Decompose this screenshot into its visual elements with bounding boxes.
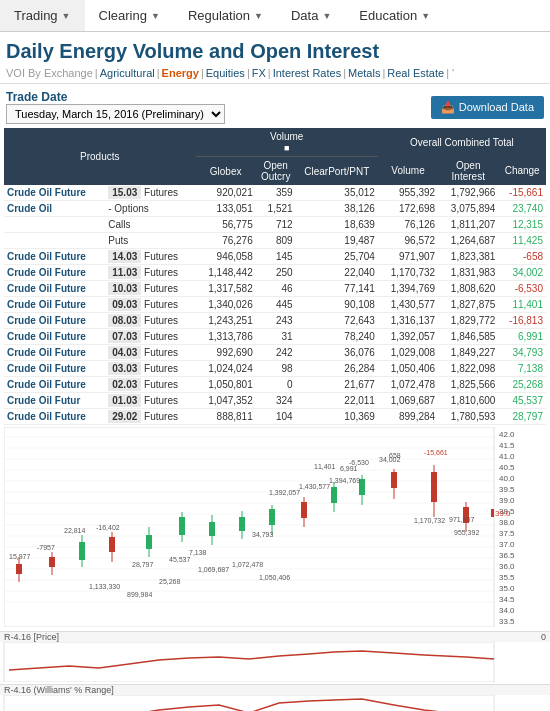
svg-text:955,392: 955,392	[454, 529, 479, 536]
svg-text:22,814: 22,814	[64, 527, 86, 534]
svg-text:37.5: 37.5	[499, 529, 515, 538]
clearport-header: ClearPort/PNT	[296, 157, 378, 186]
svg-text:35.0: 35.0	[499, 584, 515, 593]
svg-text:41.5: 41.5	[499, 441, 515, 450]
svg-text:40.0: 40.0	[499, 474, 515, 483]
svg-text:-15,661: -15,661	[424, 449, 448, 456]
williams-label: R-4.16 (Williams' % Range]	[0, 684, 550, 695]
svg-rect-81	[431, 472, 437, 502]
svg-text:1,394,769: 1,394,769	[329, 477, 360, 484]
svg-text:-6,530: -6,530	[349, 459, 369, 466]
svg-text:42.0: 42.0	[499, 430, 515, 439]
link-energy-active[interactable]: Energy	[162, 67, 199, 79]
svg-text:-16,402: -16,402	[96, 524, 120, 531]
table-row: Crude Oil Future29.02 Futures888,8111041…	[4, 409, 546, 425]
nav-clearing[interactable]: Clearing ▼	[85, 0, 174, 31]
table-row: Crude Oil Futur01.03 Futures1,047,352324…	[4, 393, 546, 409]
data-table: Products Volume■ Overall Combined Total …	[4, 128, 546, 425]
table-row: Crude Oil Future02.03 Futures1,050,80102…	[4, 377, 546, 393]
nav-education[interactable]: Education ▼	[345, 0, 444, 31]
svg-text:971,907: 971,907	[449, 516, 474, 523]
trading-arrow-icon: ▼	[62, 11, 71, 21]
svg-text:36.5: 36.5	[499, 551, 515, 560]
nav-trading[interactable]: Trading ▼	[0, 0, 85, 31]
education-arrow-icon: ▼	[421, 11, 430, 21]
table-row: Crude Oil Future15.03 Futures920,0213593…	[4, 185, 546, 201]
svg-rect-60	[269, 509, 275, 525]
sub-links: VOI By Exchange | Agricultural | Energy …	[0, 65, 550, 83]
open-interest-header: OpenInterest	[438, 157, 498, 186]
candlestick-chart: 42.0 41.5 41.0 40.5 40.0 39.5 39.0 38.5 …	[4, 427, 546, 627]
svg-text:45,537: 45,537	[169, 556, 191, 563]
data-table-wrap: Products Volume■ Overall Combined Total …	[0, 128, 550, 425]
svg-text:33.5: 33.5	[499, 617, 515, 626]
navigation: Trading ▼ Clearing ▼ Regulation ▼ Data ▼…	[0, 0, 550, 32]
table-row: Puts76,27680919,48796,5721,264,68711,425	[4, 233, 546, 249]
table-row: Crude Oil Future11.03 Futures1,148,44225…	[4, 265, 546, 281]
regulation-arrow-icon: ▼	[254, 11, 263, 21]
page-title: Daily Energy Volume and Open Interest	[0, 32, 550, 65]
price-chart-label: R-4.16 [Price] 0	[0, 631, 550, 642]
svg-text:39.0: 39.0	[499, 496, 515, 505]
svg-rect-54	[209, 522, 215, 536]
svg-rect-69	[331, 487, 337, 503]
svg-text:28,797: 28,797	[132, 561, 154, 568]
svg-text:39.5: 39.5	[499, 485, 515, 494]
table-row: Calls56,77571218,63976,1261,811,20712,31…	[4, 217, 546, 233]
svg-text:6,991: 6,991	[340, 465, 358, 472]
svg-text:7,138: 7,138	[189, 549, 207, 556]
link-fx[interactable]: FX	[252, 67, 266, 79]
link-equities[interactable]: Equities	[206, 67, 245, 79]
svg-text:41.0: 41.0	[499, 452, 515, 461]
svg-text:34,793: 34,793	[252, 531, 274, 538]
svg-text:1,392,057: 1,392,057	[269, 489, 300, 496]
trade-date-row: Trade Date Tuesday, March 15, 2016 (Prel…	[0, 83, 550, 128]
table-row: Crude Oil- Options133,0511,52138,126172,…	[4, 201, 546, 217]
link-metals[interactable]: Metals	[348, 67, 380, 79]
volume-col-header: Volume	[378, 157, 438, 186]
download-icon: 📥	[441, 101, 455, 114]
table-row: Crude Oil Future03.03 Futures1,024,02498…	[4, 361, 546, 377]
svg-text:1,170,732: 1,170,732	[414, 517, 445, 524]
svg-text:35.5: 35.5	[499, 573, 515, 582]
svg-text:1,050,406: 1,050,406	[259, 574, 290, 581]
svg-rect-94	[4, 695, 494, 711]
svg-rect-91	[491, 509, 494, 517]
link-agricultural[interactable]: Agricultural	[100, 67, 155, 79]
svg-text:1,133,330: 1,133,330	[89, 583, 120, 590]
table-row: Crude Oil Future14.03 Futures946,0581452…	[4, 249, 546, 265]
svg-text:37.0: 37.0	[499, 540, 515, 549]
table-row: Crude Oil Future04.03 Futures992,6902423…	[4, 345, 546, 361]
products-header: Products	[4, 128, 196, 185]
nav-data[interactable]: Data ▼	[277, 0, 345, 31]
svg-text:11,401: 11,401	[314, 463, 336, 470]
table-row: Crude Oil Future07.03 Futures1,313,78631…	[4, 329, 546, 345]
link-real-estate[interactable]: Real Estate	[387, 67, 444, 79]
table-row: Crude Oil Future08.03 Futures1,243,25124…	[4, 313, 546, 329]
trade-date-label: Trade Date	[6, 90, 225, 104]
table-row: Crude Oil Future10.03 Futures1,317,58246…	[4, 281, 546, 297]
link-interest-rates[interactable]: Interest Rates	[273, 67, 341, 79]
overall-header: Overall Combined Total	[378, 128, 546, 157]
svg-rect-45	[109, 537, 115, 552]
svg-rect-78	[391, 472, 397, 488]
svg-text:1,430,577: 1,430,577	[299, 483, 330, 490]
trade-date-select[interactable]: Tuesday, March 15, 2016 (Preliminary)	[6, 104, 225, 124]
svg-text:-7957: -7957	[37, 544, 55, 551]
svg-text:39.0: 39.0	[495, 509, 511, 518]
svg-rect-39	[49, 557, 55, 567]
svg-rect-36	[16, 564, 22, 574]
nav-regulation[interactable]: Regulation ▼	[174, 0, 277, 31]
clearing-arrow-icon: ▼	[151, 11, 160, 21]
download-button[interactable]: 📥 Download Data	[431, 96, 544, 119]
svg-rect-51	[179, 517, 185, 535]
svg-text:15,977: 15,977	[9, 553, 31, 560]
svg-text:658: 658	[389, 452, 401, 459]
svg-rect-93	[4, 642, 494, 682]
voi-label: VOI By Exchange	[6, 67, 93, 79]
chart-area: 42.0 41.5 41.0 40.5 40.0 39.5 39.0 38.5 …	[0, 425, 550, 631]
svg-text:1,069,687: 1,069,687	[198, 566, 229, 573]
volume-header: Volume■	[196, 128, 378, 157]
svg-rect-42	[79, 542, 85, 560]
svg-rect-57	[239, 517, 245, 531]
